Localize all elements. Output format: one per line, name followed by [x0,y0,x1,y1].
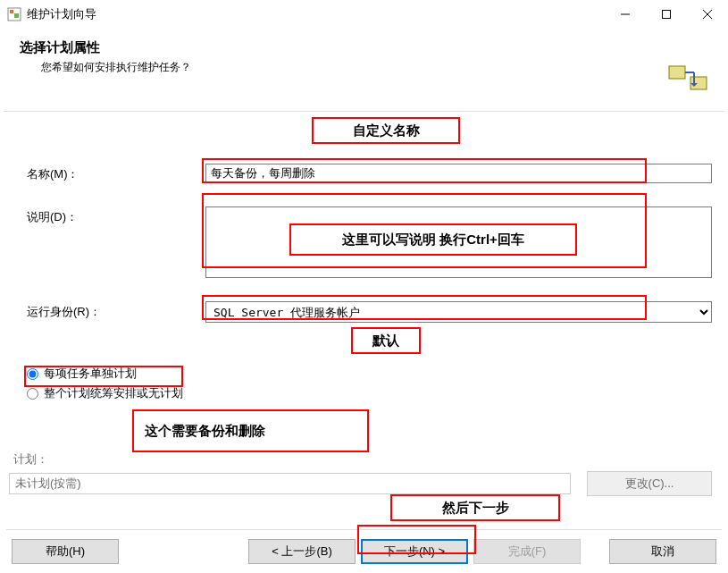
schedule-type-group: 每项任务单独计划 整个计划统筹安排或无计划 [27,366,712,401]
finish-button: 完成(F) [473,539,581,564]
wizard-header: 选择计划属性 您希望如何安排执行维护任务？ [0,29,728,105]
separator [4,111,724,112]
radio-single-input[interactable] [27,388,38,400]
plan-value-input [9,473,571,494]
plan-label: 计划： [13,451,712,468]
button-bar: 帮助(H) < 上一步(B) 下一步(N) > 完成(F) 取消 [6,529,722,564]
runas-select[interactable]: SQL Server 代理服务帐户 [205,301,712,323]
change-schedule-button: 更改(C)... [587,471,712,496]
back-button[interactable]: < 上一步(B) [248,539,356,564]
radio-separate-input[interactable] [27,368,38,380]
name-label: 名称(M)： [27,164,205,182]
radio-single-schedule[interactable]: 整个计划统筹安排或无计划 [27,385,712,401]
description-label: 说明(D)： [27,206,205,225]
page-title: 选择计划属性 [20,39,667,56]
page-subtitle: 您希望如何安排执行维护任务？ [20,60,667,75]
svg-rect-2 [14,13,19,18]
radio-single-label: 整个计划统筹安排或无计划 [44,385,183,401]
maximize-button[interactable] [646,1,687,28]
wizard-icon [667,57,710,100]
close-button[interactable] [687,1,728,28]
radio-separate-schedule[interactable]: 每项任务单独计划 [27,366,712,382]
radio-separate-label: 每项任务单独计划 [44,366,137,382]
annotation-then-next: 然后下一步 [390,494,560,521]
help-button[interactable]: 帮助(H) [12,539,119,564]
svg-rect-7 [669,66,685,79]
next-button[interactable]: 下一步(N) > [361,539,468,564]
name-input[interactable] [205,164,712,183]
app-icon [7,7,21,21]
svg-rect-4 [663,11,671,19]
cancel-button[interactable]: 取消 [609,539,716,564]
runas-label: 运行身份(R)： [27,301,205,320]
minimize-button[interactable] [605,1,646,28]
svg-rect-1 [10,10,13,13]
titlebar: 维护计划向导 [0,0,728,29]
window-title: 维护计划向导 [27,6,605,22]
description-input[interactable] [205,206,712,278]
